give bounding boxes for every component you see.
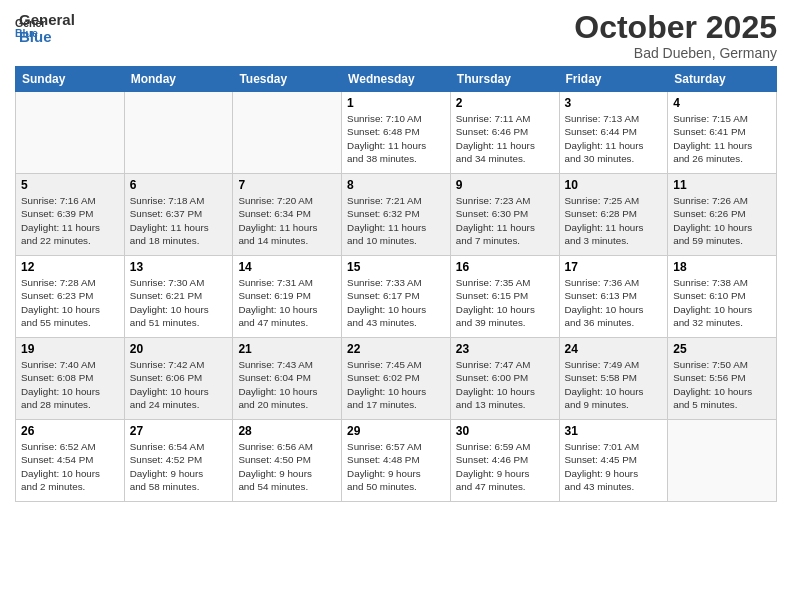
day-number: 8 <box>347 178 445 192</box>
table-row: 13Sunrise: 7:30 AMSunset: 6:21 PMDayligh… <box>124 256 233 338</box>
day-number: 23 <box>456 342 554 356</box>
calendar-week-row: 5Sunrise: 7:16 AMSunset: 6:39 PMDaylight… <box>16 174 777 256</box>
table-row <box>668 420 777 502</box>
day-number: 3 <box>565 96 663 110</box>
day-number: 31 <box>565 424 663 438</box>
day-number: 5 <box>21 178 119 192</box>
table-row: 22Sunrise: 7:45 AMSunset: 6:02 PMDayligh… <box>342 338 451 420</box>
table-row: 10Sunrise: 7:25 AMSunset: 6:28 PMDayligh… <box>559 174 668 256</box>
day-number: 10 <box>565 178 663 192</box>
day-info: Sunrise: 7:20 AMSunset: 6:34 PMDaylight:… <box>238 194 336 247</box>
title-block: October 2025 Bad Dueben, Germany <box>574 10 777 61</box>
day-info: Sunrise: 7:16 AMSunset: 6:39 PMDaylight:… <box>21 194 119 247</box>
table-row: 30Sunrise: 6:59 AMSunset: 4:46 PMDayligh… <box>450 420 559 502</box>
day-info: Sunrise: 6:54 AMSunset: 4:52 PMDaylight:… <box>130 440 228 493</box>
day-info: Sunrise: 7:38 AMSunset: 6:10 PMDaylight:… <box>673 276 771 329</box>
table-row: 9Sunrise: 7:23 AMSunset: 6:30 PMDaylight… <box>450 174 559 256</box>
table-row: 5Sunrise: 7:16 AMSunset: 6:39 PMDaylight… <box>16 174 125 256</box>
table-row: 2Sunrise: 7:11 AMSunset: 6:46 PMDaylight… <box>450 92 559 174</box>
day-number: 11 <box>673 178 771 192</box>
day-info: Sunrise: 7:45 AMSunset: 6:02 PMDaylight:… <box>347 358 445 411</box>
header-saturday: Saturday <box>668 67 777 92</box>
day-info: Sunrise: 7:10 AMSunset: 6:48 PMDaylight:… <box>347 112 445 165</box>
header-friday: Friday <box>559 67 668 92</box>
calendar-week-row: 19Sunrise: 7:40 AMSunset: 6:08 PMDayligh… <box>16 338 777 420</box>
day-info: Sunrise: 7:18 AMSunset: 6:37 PMDaylight:… <box>130 194 228 247</box>
header-monday: Monday <box>124 67 233 92</box>
day-info: Sunrise: 7:01 AMSunset: 4:45 PMDaylight:… <box>565 440 663 493</box>
day-info: Sunrise: 7:23 AMSunset: 6:30 PMDaylight:… <box>456 194 554 247</box>
table-row: 18Sunrise: 7:38 AMSunset: 6:10 PMDayligh… <box>668 256 777 338</box>
day-info: Sunrise: 7:15 AMSunset: 6:41 PMDaylight:… <box>673 112 771 165</box>
table-row: 4Sunrise: 7:15 AMSunset: 6:41 PMDaylight… <box>668 92 777 174</box>
day-number: 20 <box>130 342 228 356</box>
calendar-header-row: Sunday Monday Tuesday Wednesday Thursday… <box>16 67 777 92</box>
day-number: 26 <box>21 424 119 438</box>
day-number: 17 <box>565 260 663 274</box>
day-info: Sunrise: 6:59 AMSunset: 4:46 PMDaylight:… <box>456 440 554 493</box>
day-info: Sunrise: 7:36 AMSunset: 6:13 PMDaylight:… <box>565 276 663 329</box>
day-info: Sunrise: 7:21 AMSunset: 6:32 PMDaylight:… <box>347 194 445 247</box>
day-info: Sunrise: 7:40 AMSunset: 6:08 PMDaylight:… <box>21 358 119 411</box>
day-info: Sunrise: 7:50 AMSunset: 5:56 PMDaylight:… <box>673 358 771 411</box>
day-number: 16 <box>456 260 554 274</box>
calendar-week-row: 1Sunrise: 7:10 AMSunset: 6:48 PMDaylight… <box>16 92 777 174</box>
location: Bad Dueben, Germany <box>574 45 777 61</box>
day-number: 12 <box>21 260 119 274</box>
header-sunday: Sunday <box>16 67 125 92</box>
table-row: 25Sunrise: 7:50 AMSunset: 5:56 PMDayligh… <box>668 338 777 420</box>
page-container: General Blue General Blue October 2025 B… <box>0 0 792 507</box>
day-number: 21 <box>238 342 336 356</box>
day-number: 30 <box>456 424 554 438</box>
header-thursday: Thursday <box>450 67 559 92</box>
day-number: 13 <box>130 260 228 274</box>
day-number: 25 <box>673 342 771 356</box>
table-row: 11Sunrise: 7:26 AMSunset: 6:26 PMDayligh… <box>668 174 777 256</box>
table-row: 3Sunrise: 7:13 AMSunset: 6:44 PMDaylight… <box>559 92 668 174</box>
table-row: 28Sunrise: 6:56 AMSunset: 4:50 PMDayligh… <box>233 420 342 502</box>
table-row: 17Sunrise: 7:36 AMSunset: 6:13 PMDayligh… <box>559 256 668 338</box>
header: General Blue General Blue October 2025 B… <box>15 10 777 61</box>
table-row: 14Sunrise: 7:31 AMSunset: 6:19 PMDayligh… <box>233 256 342 338</box>
day-number: 9 <box>456 178 554 192</box>
day-info: Sunrise: 7:47 AMSunset: 6:00 PMDaylight:… <box>456 358 554 411</box>
day-info: Sunrise: 7:30 AMSunset: 6:21 PMDaylight:… <box>130 276 228 329</box>
day-info: Sunrise: 7:25 AMSunset: 6:28 PMDaylight:… <box>565 194 663 247</box>
day-info: Sunrise: 7:13 AMSunset: 6:44 PMDaylight:… <box>565 112 663 165</box>
day-info: Sunrise: 7:49 AMSunset: 5:58 PMDaylight:… <box>565 358 663 411</box>
table-row: 21Sunrise: 7:43 AMSunset: 6:04 PMDayligh… <box>233 338 342 420</box>
day-number: 29 <box>347 424 445 438</box>
table-row <box>233 92 342 174</box>
table-row: 8Sunrise: 7:21 AMSunset: 6:32 PMDaylight… <box>342 174 451 256</box>
day-number: 27 <box>130 424 228 438</box>
day-number: 4 <box>673 96 771 110</box>
calendar-week-row: 12Sunrise: 7:28 AMSunset: 6:23 PMDayligh… <box>16 256 777 338</box>
table-row <box>16 92 125 174</box>
day-number: 14 <box>238 260 336 274</box>
calendar-table: Sunday Monday Tuesday Wednesday Thursday… <box>15 66 777 502</box>
day-number: 2 <box>456 96 554 110</box>
table-row: 31Sunrise: 7:01 AMSunset: 4:45 PMDayligh… <box>559 420 668 502</box>
day-number: 22 <box>347 342 445 356</box>
day-info: Sunrise: 6:56 AMSunset: 4:50 PMDaylight:… <box>238 440 336 493</box>
day-info: Sunrise: 7:43 AMSunset: 6:04 PMDaylight:… <box>238 358 336 411</box>
table-row: 23Sunrise: 7:47 AMSunset: 6:00 PMDayligh… <box>450 338 559 420</box>
day-info: Sunrise: 7:33 AMSunset: 6:17 PMDaylight:… <box>347 276 445 329</box>
month-title: October 2025 <box>574 10 777 45</box>
table-row: 19Sunrise: 7:40 AMSunset: 6:08 PMDayligh… <box>16 338 125 420</box>
table-row: 26Sunrise: 6:52 AMSunset: 4:54 PMDayligh… <box>16 420 125 502</box>
day-info: Sunrise: 7:31 AMSunset: 6:19 PMDaylight:… <box>238 276 336 329</box>
table-row: 6Sunrise: 7:18 AMSunset: 6:37 PMDaylight… <box>124 174 233 256</box>
day-number: 19 <box>21 342 119 356</box>
header-wednesday: Wednesday <box>342 67 451 92</box>
day-number: 15 <box>347 260 445 274</box>
table-row: 27Sunrise: 6:54 AMSunset: 4:52 PMDayligh… <box>124 420 233 502</box>
logo: General Blue General Blue <box>15 10 75 45</box>
table-row: 15Sunrise: 7:33 AMSunset: 6:17 PMDayligh… <box>342 256 451 338</box>
table-row: 1Sunrise: 7:10 AMSunset: 6:48 PMDaylight… <box>342 92 451 174</box>
day-info: Sunrise: 7:26 AMSunset: 6:26 PMDaylight:… <box>673 194 771 247</box>
day-info: Sunrise: 7:11 AMSunset: 6:46 PMDaylight:… <box>456 112 554 165</box>
day-info: Sunrise: 6:52 AMSunset: 4:54 PMDaylight:… <box>21 440 119 493</box>
day-number: 18 <box>673 260 771 274</box>
table-row: 24Sunrise: 7:49 AMSunset: 5:58 PMDayligh… <box>559 338 668 420</box>
